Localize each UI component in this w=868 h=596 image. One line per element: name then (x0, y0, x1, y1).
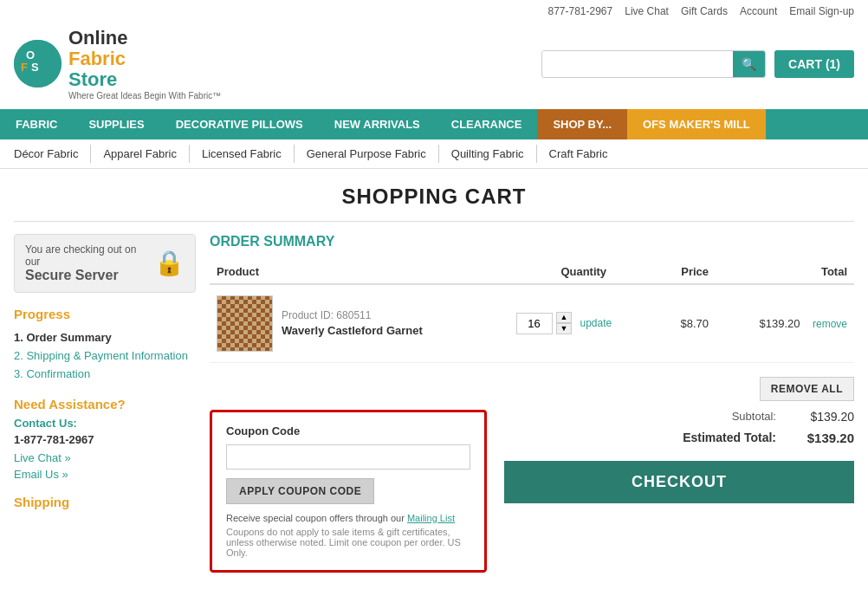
subtotal-row: Subtotal: $139.20 (504, 410, 854, 424)
col-total: Total (716, 260, 854, 284)
main-content: ORDER SUMMARY Product Quantity Price Tot… (210, 234, 854, 573)
product-cell: Product ID: 680511 Waverly Castleford Ga… (210, 284, 509, 363)
svg-text:O: O (26, 49, 35, 62)
product-name: Waverly Castleford Garnet (282, 324, 423, 337)
remove-all-button[interactable]: REMOVE ALL (760, 377, 854, 401)
price-cell: $8.70 (658, 284, 716, 363)
nav-bar: FABRIC SUPPLIES DECORATIVE PILLOWS NEW A… (0, 109, 868, 139)
search-button[interactable]: 🔍 (733, 51, 765, 77)
nav-supplies[interactable]: SUPPLIES (73, 109, 159, 139)
sidebar: You are checking out on our Secure Serve… (14, 234, 196, 573)
live-chat-sidebar[interactable]: Live Chat » (14, 451, 196, 464)
account-link[interactable]: Account (740, 5, 777, 17)
product-image (217, 295, 273, 352)
progress-item-confirmation[interactable]: 3. Confirmation (14, 365, 196, 383)
secure-text-content: You are checking out on our Secure Serve… (25, 243, 146, 283)
email-signup-link[interactable]: Email Sign-up (789, 5, 854, 17)
coupon-input[interactable] (226, 444, 470, 470)
assist-section: Need Assistance? Contact Us: 1-877-781-2… (14, 397, 196, 481)
secure-label: Secure Server (25, 268, 146, 283)
order-summary-title: ORDER SUMMARY (210, 234, 854, 249)
coupon-box: Coupon Code APPLY COUPON CODE Receive sp… (210, 410, 487, 573)
nav-fabric[interactable]: FABRIC (0, 109, 73, 139)
secure-server-box: You are checking out on our Secure Serve… (14, 234, 196, 293)
table-row: Product ID: 680511 Waverly Castleford Ga… (210, 284, 854, 363)
subtotal-value: $139.20 (794, 410, 854, 424)
table-header: Product Quantity Price Total (210, 260, 854, 284)
coupon-note: Receive special coupon offers through ou… (226, 513, 470, 523)
page-title: SHOPPING CART (14, 169, 854, 222)
email-us-sidebar[interactable]: Email Us » (14, 468, 196, 481)
logo-icon: O F S (14, 40, 62, 87)
shipping-section: Shipping (14, 495, 196, 509)
svg-text:S: S (31, 61, 39, 74)
subnav-quilting-fabric[interactable]: Quilting Fabric (439, 145, 537, 163)
remove-all-row: REMOVE ALL (210, 377, 854, 401)
progress-item-order-summary: 1. Order Summary (14, 328, 196, 347)
nav-maker-mill[interactable]: OFS MAKER'S MILL (627, 109, 766, 139)
logo-fabric: Fabric (68, 48, 126, 69)
qty-down-button[interactable]: ▼ (556, 323, 572, 334)
top-bar: 877-781-2967 Live Chat Gift Cards Accoun… (0, 0, 868, 23)
quantity-input[interactable] (516, 313, 553, 334)
remove-link[interactable]: remove (813, 318, 847, 330)
estimated-total-row: Estimated Total: $139.20 (504, 431, 854, 445)
subnav-licensed-fabric[interactable]: Licensed Fabric (190, 145, 295, 163)
assist-title: Need Assistance? (14, 397, 196, 411)
total-cell: $139.20 remove (716, 284, 854, 363)
subnav-decor-fabric[interactable]: Décor Fabric (14, 145, 91, 163)
nav-decorative-pillows[interactable]: DECORATIVE PILLOWS (160, 109, 319, 139)
product-details: Product ID: 680511 Waverly Castleford Ga… (282, 309, 423, 337)
sub-nav: Décor Fabric Apparel Fabric Licensed Fab… (0, 139, 868, 169)
nav-clearance[interactable]: CLEARANCE (436, 109, 538, 139)
product-image-pattern (217, 295, 272, 352)
subnav-general-purpose-fabric[interactable]: General Purpose Fabric (295, 145, 439, 163)
checkout-button[interactable]: CHECKOUT (504, 461, 854, 503)
progress-section: Progress 1. Order Summary 2. Shipping & … (14, 307, 196, 383)
product-total: $139.20 (760, 317, 800, 330)
estimated-value: $139.20 (794, 431, 854, 445)
header-right: 🔍 CART (1) (541, 50, 854, 78)
subnav-apparel-fabric[interactable]: Apparel Fabric (91, 145, 190, 163)
qty-control: ▲ ▼ update (516, 312, 651, 334)
nav-shop-by[interactable]: SHOP BY... (537, 109, 627, 139)
col-product: Product (210, 260, 509, 284)
update-link[interactable]: update (580, 317, 612, 329)
product-info: Product ID: 680511 Waverly Castleford Ga… (217, 295, 502, 352)
phone-number-sidebar: 1-877-781-2967 (14, 433, 196, 446)
logo-text: Online Fabric Store Where Great Ideas Be… (68, 28, 221, 100)
subnav-craft-fabric[interactable]: Craft Fabric (537, 145, 620, 163)
bottom-row: Coupon Code APPLY COUPON CODE Receive sp… (210, 410, 854, 573)
layout: You are checking out on our Secure Serve… (14, 234, 854, 573)
totals-section: Subtotal: $139.20 Estimated Total: $139.… (504, 410, 854, 503)
logo-online: Online (68, 27, 127, 49)
search-box: 🔍 (541, 50, 766, 78)
estimated-label: Estimated Total: (683, 431, 776, 444)
mailing-list-link[interactable]: Mailing List (407, 513, 455, 523)
logo-store: Store (68, 68, 117, 90)
product-table: Product Quantity Price Total (210, 260, 854, 363)
col-quantity: Quantity (509, 260, 658, 284)
apply-coupon-button[interactable]: APPLY COUPON CODE (226, 478, 374, 504)
live-chat-link[interactable]: Live Chat (625, 5, 669, 17)
checking-text: You are checking out on our (25, 243, 146, 268)
search-input[interactable] (542, 51, 733, 76)
cart-button[interactable]: CART (1) (774, 50, 854, 78)
progress-list: 1. Order Summary 2. Shipping & Payment I… (14, 328, 196, 383)
col-price: Price (658, 260, 716, 284)
qty-up-button[interactable]: ▲ (556, 312, 572, 323)
nav-new-arrivals[interactable]: NEW ARRIVALS (319, 109, 436, 139)
table-body: Product ID: 680511 Waverly Castleford Ga… (210, 284, 854, 363)
phone-number: 877-781-2967 (547, 5, 612, 17)
progress-title: Progress (14, 307, 196, 321)
gift-cards-link[interactable]: Gift Cards (681, 5, 728, 17)
coupon-note-text: Receive special coupon offers through ou… (226, 513, 407, 523)
logo-tagline: Where Great Ideas Begin With Fabric™ (68, 91, 221, 100)
subtotal-label: Subtotal: (732, 410, 776, 423)
logo-svg: O F S (14, 40, 62, 87)
progress-item-shipping[interactable]: 2. Shipping & Payment Information (14, 347, 196, 365)
progress-item-1-label: 1. Order Summary (14, 331, 112, 344)
svg-text:F: F (21, 61, 28, 74)
lock-icon: 🔒 (154, 249, 185, 277)
shipping-title: Shipping (14, 495, 196, 509)
